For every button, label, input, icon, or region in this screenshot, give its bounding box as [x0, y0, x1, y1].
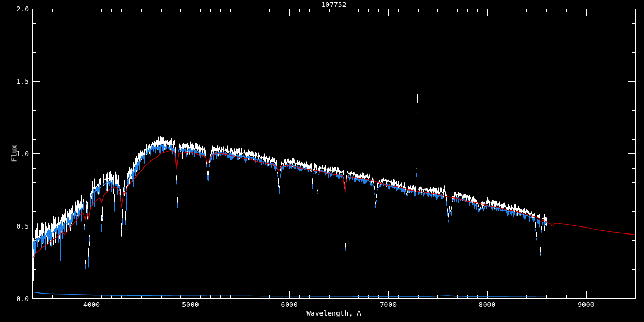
x-tick-label: 7000 [372, 301, 404, 308]
x-axis-label: Wavelength, A [253, 310, 414, 317]
y-tick-label: 1.5 [8, 78, 29, 85]
y-tick-label: 2.0 [8, 5, 29, 12]
spectrum-plot-window: 107752 Wavelength, A Flux 40005000600070… [0, 0, 644, 322]
x-tick-label: 5000 [174, 301, 207, 308]
x-tick-label: 9000 [570, 301, 602, 308]
x-tick-label: 4000 [76, 301, 108, 308]
plot-title: 107752 [280, 1, 387, 8]
y-tick-label: 0.5 [8, 223, 29, 230]
spectrum-canvas [0, 0, 644, 322]
y-tick-label: 0.0 [8, 295, 29, 302]
y-tick-label: 1.0 [8, 150, 29, 157]
x-tick-label: 6000 [273, 301, 305, 308]
x-tick-label: 8000 [471, 301, 503, 308]
